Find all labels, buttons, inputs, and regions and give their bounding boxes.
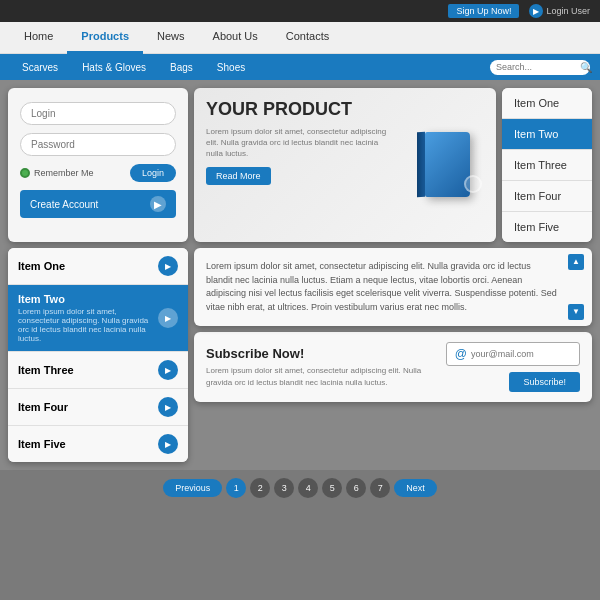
password-input[interactable] (20, 133, 176, 156)
items-list-right: Item One Item Two Item Three Item Four I… (502, 88, 592, 242)
prev-button[interactable]: Previous (163, 479, 222, 497)
product-title: YOUR PRODUCT (206, 100, 396, 120)
scroll-down-btn[interactable]: ▼ (568, 304, 584, 320)
product-area: YOUR PRODUCT Lorem ipsum dolor sit amet,… (194, 88, 592, 242)
right-item-3[interactable]: Item Three (502, 150, 592, 181)
arrow-icon: ▶ (150, 196, 166, 212)
remember-left: Remember Me (20, 168, 94, 178)
create-account-label: Create Account (30, 199, 98, 210)
remember-row: Remember Me Login (20, 164, 176, 182)
left-item-2-text: Item Two Lorem ipsum dolor sit amet, con… (18, 293, 158, 343)
left-item-1[interactable]: Item One ▶ (8, 248, 188, 285)
nav-news[interactable]: News (143, 22, 199, 54)
search-icon: 🔍 (580, 62, 592, 73)
book-circle (464, 175, 482, 193)
book-3d-icon (417, 130, 472, 200)
login-user-label: Login User (546, 6, 590, 16)
left-item-4-text: Item Four (18, 401, 68, 413)
product-desc: Lorem ipsum dolor sit amet, consectetur … (206, 126, 396, 160)
play-1[interactable]: ▶ (158, 256, 178, 276)
nav-about[interactable]: About Us (199, 22, 272, 54)
nav-bar: Home Products News About Us Contacts (0, 22, 600, 54)
subscribe-panel: Subscribe Now! Lorem ipsum dolor sit ame… (194, 332, 592, 402)
subnav-bags[interactable]: Bags (158, 54, 205, 80)
nav-products[interactable]: Products (67, 22, 143, 54)
subscribe-button[interactable]: Subscribe! (509, 372, 580, 392)
page-4[interactable]: 4 (298, 478, 318, 498)
subscribe-title: Subscribe Now! (206, 346, 436, 361)
left-item-4[interactable]: Item Four ▶ (8, 389, 188, 426)
email-input-wrap[interactable]: @ (446, 342, 580, 366)
subnav-scarves[interactable]: Scarves (10, 54, 70, 80)
login-user[interactable]: ▶ Login User (529, 4, 590, 18)
subnav-shoes[interactable]: Shoes (205, 54, 257, 80)
email-input[interactable] (471, 349, 571, 359)
right-item-2[interactable]: Item Two (502, 119, 592, 150)
subscribe-text: Subscribe Now! Lorem ipsum dolor sit ame… (206, 346, 436, 387)
search-box[interactable]: 🔍 (490, 60, 590, 75)
left-item-5-text: Item Five (18, 438, 66, 450)
bottom-right-col: ▲ Lorem ipsum dolor sit amet, consectetu… (194, 248, 592, 462)
nav-contacts[interactable]: Contacts (272, 22, 343, 54)
book-front (425, 132, 470, 197)
content-paragraph: Lorem ipsum dolor sit amet, consectetur … (206, 260, 580, 314)
subnav-hats[interactable]: Hats & Gloves (70, 54, 158, 80)
page-5[interactable]: 5 (322, 478, 342, 498)
remember-radio[interactable] (20, 168, 30, 178)
left-item-3-text: Item Three (18, 364, 74, 376)
left-item-1-text: Item One (18, 260, 65, 272)
pagination: Previous 1 2 3 4 5 6 7 Next (0, 470, 600, 502)
next-button[interactable]: Next (394, 479, 437, 497)
book-side (417, 132, 425, 197)
login-input[interactable] (20, 102, 176, 125)
page-3[interactable]: 3 (274, 478, 294, 498)
user-icon: ▶ (529, 4, 543, 18)
read-more-button[interactable]: Read More (206, 167, 271, 185)
main-content: Remember Me Login Create Account ▶ YOUR … (0, 80, 600, 470)
product-panel: YOUR PRODUCT Lorem ipsum dolor sit amet,… (194, 88, 496, 242)
product-text: YOUR PRODUCT Lorem ipsum dolor sit amet,… (206, 100, 396, 230)
left-item-3[interactable]: Item Three ▶ (8, 352, 188, 389)
search-input[interactable] (496, 62, 576, 72)
page-2[interactable]: 2 (250, 478, 270, 498)
scroll-up-btn[interactable]: ▲ (568, 254, 584, 270)
content-text-panel: ▲ Lorem ipsum dolor sit amet, consectetu… (194, 248, 592, 326)
create-account-bar[interactable]: Create Account ▶ (20, 190, 176, 218)
right-item-4[interactable]: Item Four (502, 181, 592, 212)
right-item-1[interactable]: Item One (502, 88, 592, 119)
play-4[interactable]: ▶ (158, 397, 178, 417)
bottom-left-list: Item One ▶ Item Two Lorem ipsum dolor si… (8, 248, 188, 462)
play-3[interactable]: ▶ (158, 360, 178, 380)
login-panel: Remember Me Login Create Account ▶ (8, 88, 188, 242)
play-5[interactable]: ▶ (158, 434, 178, 454)
left-item-2[interactable]: Item Two Lorem ipsum dolor sit amet, con… (8, 285, 188, 352)
page-1[interactable]: 1 (226, 478, 246, 498)
subscribe-desc: Lorem ipsum dolor sit amet, consectetur … (206, 365, 436, 387)
play-2[interactable]: ▶ (158, 308, 178, 328)
left-item-5[interactable]: Item Five ▶ (8, 426, 188, 462)
sub-nav: Scarves Hats & Gloves Bags Shoes 🔍 (0, 54, 600, 80)
nav-home[interactable]: Home (10, 22, 67, 54)
remember-label: Remember Me (34, 168, 94, 178)
product-image (404, 100, 484, 230)
subscribe-right: @ Subscribe! (446, 342, 580, 392)
page-7[interactable]: 7 (370, 478, 390, 498)
login-button[interactable]: Login (130, 164, 176, 182)
signup-button[interactable]: Sign Up Now! (448, 4, 519, 18)
top-bar: Sign Up Now! ▶ Login User (0, 0, 600, 22)
right-item-5[interactable]: Item Five (502, 212, 592, 242)
email-at-icon: @ (455, 347, 467, 361)
page-6[interactable]: 6 (346, 478, 366, 498)
